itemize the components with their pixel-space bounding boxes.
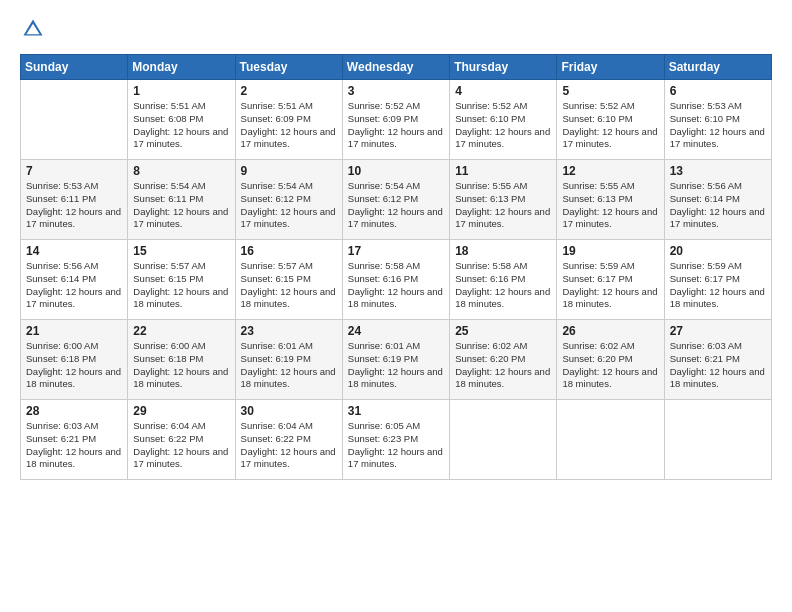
day-number: 22: [133, 324, 229, 338]
day-info: Sunrise: 5:56 AMSunset: 6:14 PMDaylight:…: [670, 180, 766, 231]
calendar-cell: [557, 400, 664, 480]
day-info: Sunrise: 5:59 AMSunset: 6:17 PMDaylight:…: [562, 260, 658, 311]
day-number: 21: [26, 324, 122, 338]
calendar-table: SundayMondayTuesdayWednesdayThursdayFrid…: [20, 54, 772, 480]
calendar-cell: 11Sunrise: 5:55 AMSunset: 6:13 PMDayligh…: [450, 160, 557, 240]
calendar-cell: 20Sunrise: 5:59 AMSunset: 6:17 PMDayligh…: [664, 240, 771, 320]
day-info: Sunrise: 5:53 AMSunset: 6:10 PMDaylight:…: [670, 100, 766, 151]
day-number: 29: [133, 404, 229, 418]
day-number: 5: [562, 84, 658, 98]
day-info: Sunrise: 5:52 AMSunset: 6:09 PMDaylight:…: [348, 100, 444, 151]
day-number: 30: [241, 404, 337, 418]
day-number: 12: [562, 164, 658, 178]
day-number: 4: [455, 84, 551, 98]
day-number: 18: [455, 244, 551, 258]
day-info: Sunrise: 5:52 AMSunset: 6:10 PMDaylight:…: [455, 100, 551, 151]
calendar-cell: 13Sunrise: 5:56 AMSunset: 6:14 PMDayligh…: [664, 160, 771, 240]
calendar-cell: 15Sunrise: 5:57 AMSunset: 6:15 PMDayligh…: [128, 240, 235, 320]
day-info: Sunrise: 5:56 AMSunset: 6:14 PMDaylight:…: [26, 260, 122, 311]
calendar-day-header: Wednesday: [342, 55, 449, 80]
page: SundayMondayTuesdayWednesdayThursdayFrid…: [0, 0, 792, 612]
calendar-cell: 2Sunrise: 5:51 AMSunset: 6:09 PMDaylight…: [235, 80, 342, 160]
header: [20, 18, 772, 44]
day-info: Sunrise: 6:02 AMSunset: 6:20 PMDaylight:…: [562, 340, 658, 391]
calendar-cell: 25Sunrise: 6:02 AMSunset: 6:20 PMDayligh…: [450, 320, 557, 400]
day-info: Sunrise: 6:02 AMSunset: 6:20 PMDaylight:…: [455, 340, 551, 391]
day-info: Sunrise: 6:04 AMSunset: 6:22 PMDaylight:…: [241, 420, 337, 471]
calendar-cell: 22Sunrise: 6:00 AMSunset: 6:18 PMDayligh…: [128, 320, 235, 400]
calendar-cell: 18Sunrise: 5:58 AMSunset: 6:16 PMDayligh…: [450, 240, 557, 320]
calendar-cell: 8Sunrise: 5:54 AMSunset: 6:11 PMDaylight…: [128, 160, 235, 240]
day-info: Sunrise: 5:57 AMSunset: 6:15 PMDaylight:…: [133, 260, 229, 311]
calendar-cell: 17Sunrise: 5:58 AMSunset: 6:16 PMDayligh…: [342, 240, 449, 320]
calendar-cell: 1Sunrise: 5:51 AMSunset: 6:08 PMDaylight…: [128, 80, 235, 160]
day-number: 14: [26, 244, 122, 258]
day-number: 7: [26, 164, 122, 178]
day-info: Sunrise: 5:54 AMSunset: 6:12 PMDaylight:…: [348, 180, 444, 231]
day-number: 2: [241, 84, 337, 98]
calendar-day-header: Friday: [557, 55, 664, 80]
calendar-cell: 12Sunrise: 5:55 AMSunset: 6:13 PMDayligh…: [557, 160, 664, 240]
logo: [20, 18, 44, 44]
calendar-cell: 9Sunrise: 5:54 AMSunset: 6:12 PMDaylight…: [235, 160, 342, 240]
day-number: 11: [455, 164, 551, 178]
calendar-day-header: Tuesday: [235, 55, 342, 80]
logo-icon: [22, 18, 44, 40]
day-info: Sunrise: 5:54 AMSunset: 6:12 PMDaylight:…: [241, 180, 337, 231]
day-number: 3: [348, 84, 444, 98]
calendar-cell: [664, 400, 771, 480]
day-info: Sunrise: 5:59 AMSunset: 6:17 PMDaylight:…: [670, 260, 766, 311]
day-info: Sunrise: 5:51 AMSunset: 6:08 PMDaylight:…: [133, 100, 229, 151]
calendar-week-row: 1Sunrise: 5:51 AMSunset: 6:08 PMDaylight…: [21, 80, 772, 160]
calendar-day-header: Sunday: [21, 55, 128, 80]
calendar-header-row: SundayMondayTuesdayWednesdayThursdayFrid…: [21, 55, 772, 80]
day-info: Sunrise: 6:00 AMSunset: 6:18 PMDaylight:…: [26, 340, 122, 391]
day-info: Sunrise: 6:01 AMSunset: 6:19 PMDaylight:…: [348, 340, 444, 391]
day-info: Sunrise: 6:03 AMSunset: 6:21 PMDaylight:…: [26, 420, 122, 471]
day-info: Sunrise: 5:58 AMSunset: 6:16 PMDaylight:…: [455, 260, 551, 311]
calendar-cell: 3Sunrise: 5:52 AMSunset: 6:09 PMDaylight…: [342, 80, 449, 160]
day-info: Sunrise: 5:55 AMSunset: 6:13 PMDaylight:…: [455, 180, 551, 231]
day-info: Sunrise: 5:51 AMSunset: 6:09 PMDaylight:…: [241, 100, 337, 151]
calendar-cell: 5Sunrise: 5:52 AMSunset: 6:10 PMDaylight…: [557, 80, 664, 160]
day-number: 6: [670, 84, 766, 98]
calendar-cell: 14Sunrise: 5:56 AMSunset: 6:14 PMDayligh…: [21, 240, 128, 320]
day-number: 28: [26, 404, 122, 418]
day-info: Sunrise: 6:01 AMSunset: 6:19 PMDaylight:…: [241, 340, 337, 391]
calendar-cell: 23Sunrise: 6:01 AMSunset: 6:19 PMDayligh…: [235, 320, 342, 400]
calendar-cell: 10Sunrise: 5:54 AMSunset: 6:12 PMDayligh…: [342, 160, 449, 240]
day-info: Sunrise: 5:53 AMSunset: 6:11 PMDaylight:…: [26, 180, 122, 231]
day-number: 1: [133, 84, 229, 98]
day-info: Sunrise: 5:57 AMSunset: 6:15 PMDaylight:…: [241, 260, 337, 311]
day-number: 20: [670, 244, 766, 258]
day-number: 10: [348, 164, 444, 178]
calendar-cell: 4Sunrise: 5:52 AMSunset: 6:10 PMDaylight…: [450, 80, 557, 160]
day-number: 27: [670, 324, 766, 338]
calendar-cell: 24Sunrise: 6:01 AMSunset: 6:19 PMDayligh…: [342, 320, 449, 400]
calendar-cell: [450, 400, 557, 480]
calendar-day-header: Monday: [128, 55, 235, 80]
day-number: 13: [670, 164, 766, 178]
calendar-day-header: Thursday: [450, 55, 557, 80]
calendar-day-header: Saturday: [664, 55, 771, 80]
calendar-cell: 26Sunrise: 6:02 AMSunset: 6:20 PMDayligh…: [557, 320, 664, 400]
day-info: Sunrise: 5:54 AMSunset: 6:11 PMDaylight:…: [133, 180, 229, 231]
day-info: Sunrise: 6:05 AMSunset: 6:23 PMDaylight:…: [348, 420, 444, 471]
calendar-cell: 30Sunrise: 6:04 AMSunset: 6:22 PMDayligh…: [235, 400, 342, 480]
day-info: Sunrise: 5:52 AMSunset: 6:10 PMDaylight:…: [562, 100, 658, 151]
day-number: 9: [241, 164, 337, 178]
calendar-week-row: 28Sunrise: 6:03 AMSunset: 6:21 PMDayligh…: [21, 400, 772, 480]
calendar-cell: [21, 80, 128, 160]
day-number: 19: [562, 244, 658, 258]
day-number: 17: [348, 244, 444, 258]
day-info: Sunrise: 6:03 AMSunset: 6:21 PMDaylight:…: [670, 340, 766, 391]
calendar-cell: 7Sunrise: 5:53 AMSunset: 6:11 PMDaylight…: [21, 160, 128, 240]
day-number: 8: [133, 164, 229, 178]
calendar-cell: 28Sunrise: 6:03 AMSunset: 6:21 PMDayligh…: [21, 400, 128, 480]
day-number: 16: [241, 244, 337, 258]
day-number: 24: [348, 324, 444, 338]
calendar-cell: 29Sunrise: 6:04 AMSunset: 6:22 PMDayligh…: [128, 400, 235, 480]
calendar-cell: 31Sunrise: 6:05 AMSunset: 6:23 PMDayligh…: [342, 400, 449, 480]
calendar-week-row: 14Sunrise: 5:56 AMSunset: 6:14 PMDayligh…: [21, 240, 772, 320]
day-info: Sunrise: 5:58 AMSunset: 6:16 PMDaylight:…: [348, 260, 444, 311]
